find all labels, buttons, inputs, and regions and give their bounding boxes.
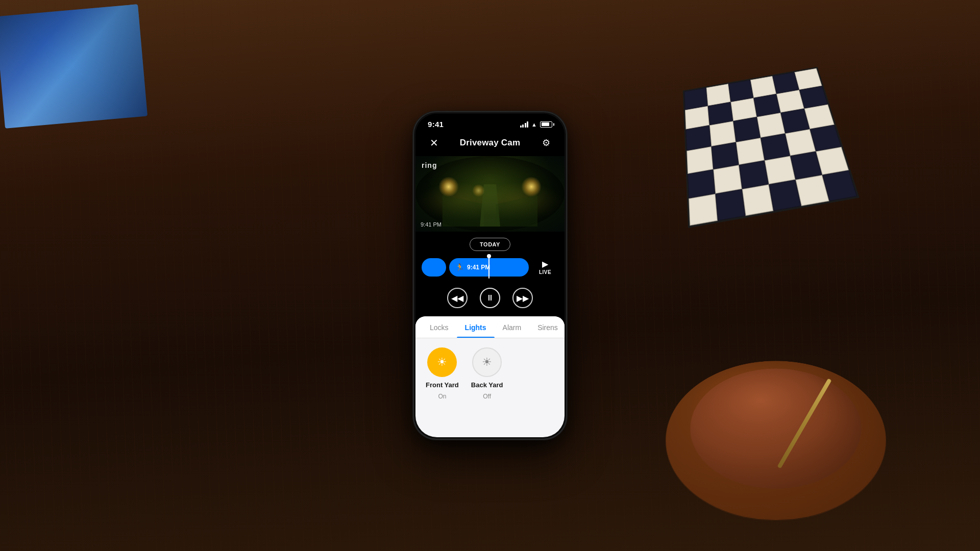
back-yard-light-icon[interactable]: ☀ <box>472 347 502 377</box>
settings-button[interactable]: ⚙ <box>538 135 554 151</box>
front-yard-light-icon[interactable]: ☀ <box>427 347 457 377</box>
ring-logo: ring <box>422 161 437 169</box>
front-yard-light-name: Front Yard <box>426 381 459 389</box>
forward-button[interactable]: ▶▶ <box>512 288 533 308</box>
book-decoration <box>0 4 148 129</box>
rewind-icon: ◀◀ <box>451 293 463 303</box>
light-bulb-on-icon: ☀ <box>437 356 447 369</box>
status-bar: 9:41 ▲ <box>415 114 565 131</box>
live-label: LIVE <box>539 269 551 275</box>
screen-content: 9:41 ▲ ✕ Driveway Cam <box>415 114 565 437</box>
tab-lights[interactable]: Lights <box>457 316 495 338</box>
light-spot-left <box>438 177 459 197</box>
front-yard-light-status: On <box>438 393 446 400</box>
phone-device: 9:41 ▲ ✕ Driveway Cam <box>414 112 566 439</box>
timeline-track[interactable]: 🏃 9:41 PM ▶ LIVE <box>415 256 565 279</box>
tab-sirens[interactable]: Sirens <box>529 316 565 338</box>
today-pill[interactable]: TODAY <box>470 238 510 251</box>
status-icons: ▲ <box>520 121 552 128</box>
tabs-row: Locks Lights Alarm Sirens <box>415 316 565 338</box>
battery-icon <box>540 121 552 128</box>
light-bulb-off-icon: ☀ <box>482 356 492 369</box>
camera-feed[interactable]: ring 9:41 PM <box>415 156 565 232</box>
light-spot-center <box>472 184 485 197</box>
light-spot-right <box>521 177 542 197</box>
back-yard-light[interactable]: ☀ Back Yard Off <box>471 347 503 400</box>
timeline-active-segment[interactable]: 🏃 9:41 PM <box>449 258 529 277</box>
live-button[interactable]: ▶ LIVE <box>532 256 558 279</box>
timeline-segment-1 <box>422 258 446 277</box>
back-yard-light-name: Back Yard <box>471 381 503 389</box>
wifi-icon: ▲ <box>531 121 537 128</box>
page-title: Driveway Cam <box>460 138 521 148</box>
timeline-playhead <box>488 256 489 279</box>
timeline-section: TODAY 🏃 9:41 PM ▶ LIVE <box>415 232 565 283</box>
bottom-panel: Locks Lights Alarm Sirens <box>415 316 565 437</box>
phone-screen: 9:41 ▲ ✕ Driveway Cam <box>415 114 565 437</box>
lights-content: ☀ Front Yard On ☀ Back Yard Off <box>415 338 565 409</box>
live-play-icon: ▶ <box>542 260 548 268</box>
forward-icon: ▶▶ <box>517 293 529 303</box>
signal-icon <box>520 121 529 128</box>
tab-alarm[interactable]: Alarm <box>495 316 530 338</box>
timeline-time: 9:41 PM <box>467 264 490 271</box>
playback-controls: ◀◀ ⏸ ▶▶ <box>415 283 565 315</box>
camera-feed-inner <box>415 156 565 232</box>
motion-icon: 🏃 <box>455 263 464 271</box>
pause-button[interactable]: ⏸ <box>480 288 500 308</box>
status-time: 9:41 <box>428 120 444 129</box>
tab-locks[interactable]: Locks <box>422 316 457 338</box>
back-yard-light-status: Off <box>483 393 491 400</box>
rewind-button[interactable]: ◀◀ <box>447 288 468 308</box>
close-button[interactable]: ✕ <box>426 135 442 151</box>
pause-icon: ⏸ <box>486 293 494 303</box>
app-header: ✕ Driveway Cam ⚙ <box>415 131 565 156</box>
camera-timestamp: 9:41 PM <box>421 221 442 228</box>
front-yard-light[interactable]: ☀ Front Yard On <box>426 347 459 400</box>
